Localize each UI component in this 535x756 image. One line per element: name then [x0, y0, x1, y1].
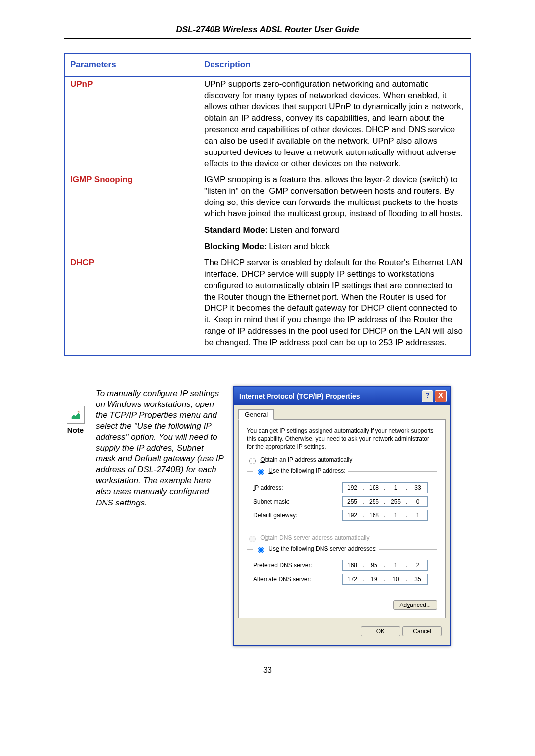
- parameters-table: Parameters Description UPnP UPnP support…: [64, 53, 471, 356]
- gateway-label: Default gateway:: [253, 512, 342, 519]
- pref-dns-label: Preferred DNS server:: [253, 562, 342, 569]
- pref-dns-input[interactable]: 168. 95. 1. 2: [342, 560, 428, 571]
- note-text: To manually configure IP settings on Win…: [96, 386, 224, 508]
- standard-mode-label: Standard Mode:: [204, 225, 268, 235]
- dialog-titlebar[interactable]: Internet Protocol (TCP/IP) Properties ? …: [234, 387, 450, 405]
- radio-obtain-dns: [249, 536, 256, 542]
- page-number: 33: [64, 666, 471, 675]
- document-header: DSL-2740B Wireless ADSL Router User Guid…: [64, 25, 471, 39]
- subnet-input[interactable]: 255. 255. 255. 0: [342, 496, 428, 507]
- use-dns-group: Use the following DNS server addresses: …: [247, 545, 437, 594]
- note-icon: [67, 406, 85, 424]
- note-label: Note: [64, 426, 87, 434]
- desc-igmp-blk: Blocking Mode: Listen and block: [199, 239, 470, 255]
- ip-address-label: IP address:: [253, 484, 342, 491]
- desc-upnp: UPnP supports zero-configuration network…: [199, 76, 470, 173]
- advanced-button[interactable]: Advanced...: [393, 600, 437, 610]
- gateway-input[interactable]: 192. 168. 1. 1: [342, 510, 428, 521]
- radio-obtain-dns-label: Obtain DNS server address automatically: [260, 534, 369, 541]
- standard-mode-text: Listen and forward: [268, 225, 339, 235]
- tcpip-properties-dialog: Internet Protocol (TCP/IP) Properties ? …: [233, 386, 451, 647]
- radio-use-ip[interactable]: [258, 469, 264, 475]
- ip-address-input[interactable]: 192. 168. 1. 33: [342, 482, 428, 493]
- close-button[interactable]: X: [435, 390, 447, 402]
- radio-obtain-ip-label: Obtain an IP address automatically: [260, 456, 352, 463]
- radio-use-ip-label: Use the following IP address:: [268, 467, 345, 474]
- help-button[interactable]: ?: [422, 390, 433, 402]
- blocking-mode-label: Blocking Mode:: [204, 242, 267, 251]
- tab-general[interactable]: General: [238, 409, 274, 420]
- col-header-parameters: Parameters: [65, 54, 199, 76]
- col-header-description: Description: [199, 54, 470, 76]
- radio-use-dns[interactable]: [258, 547, 264, 553]
- use-ip-group: Use the following IP address: IP address…: [247, 467, 437, 530]
- blocking-mode-text: Listen and block: [267, 242, 330, 251]
- dialog-info-text: You can get IP settings assigned automat…: [247, 427, 437, 451]
- alt-dns-input[interactable]: 172. 19. 10. 35: [342, 574, 428, 585]
- alt-dns-label: Alternate DNS server:: [253, 576, 342, 583]
- param-igmp: IGMP Snooping: [65, 172, 199, 223]
- param-upnp: UPnP: [65, 76, 199, 173]
- desc-dhcp: The DHCP server is enabled by default fo…: [199, 255, 470, 356]
- radio-use-dns-label: Use the following DNS server addresses:: [268, 545, 377, 552]
- ok-button[interactable]: OK: [361, 626, 400, 636]
- cancel-button[interactable]: Cancel: [402, 626, 442, 636]
- radio-obtain-ip[interactable]: [249, 458, 256, 464]
- igmp-text: IGMP snooping is a feature that allows t…: [204, 174, 465, 220]
- param-dhcp: DHCP: [65, 255, 199, 356]
- subnet-label: Subnet mask:: [253, 498, 342, 505]
- desc-igmp-std: Standard Mode: Listen and forward: [199, 223, 470, 239]
- dialog-title: Internet Protocol (TCP/IP) Properties: [239, 392, 360, 400]
- desc-igmp: IGMP snooping is a feature that allows t…: [199, 172, 470, 223]
